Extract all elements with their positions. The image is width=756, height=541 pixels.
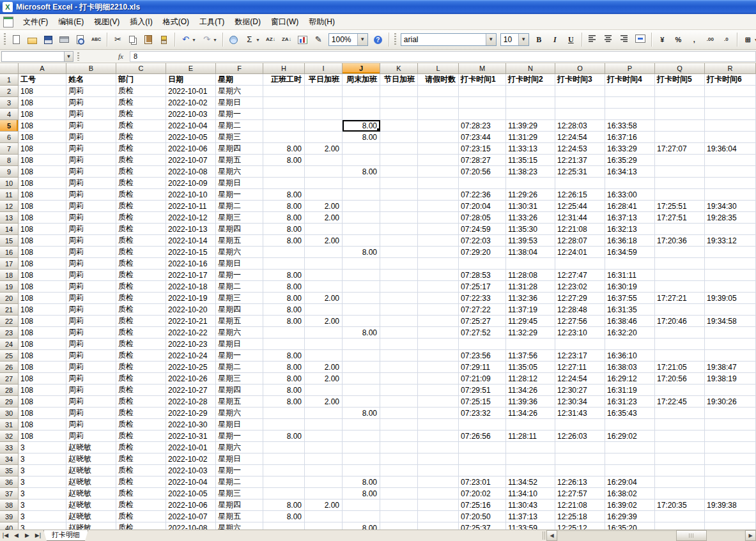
- font-name-dropdown-icon[interactable]: ▼: [486, 34, 496, 45]
- cell-R29[interactable]: 19:30:26: [705, 396, 756, 408]
- formula-input[interactable]: 8: [130, 51, 756, 62]
- cell-N33[interactable]: [506, 442, 555, 453]
- cell-H35[interactable]: [263, 465, 305, 476]
- cell-H5[interactable]: [263, 120, 305, 132]
- cell-I3[interactable]: [305, 97, 343, 109]
- row-header-23[interactable]: 23: [0, 327, 19, 339]
- cell-E33[interactable]: 2022-10-01: [166, 442, 216, 453]
- cell-P23[interactable]: 16:32:20: [605, 327, 655, 339]
- row-header-15[interactable]: 15: [0, 235, 19, 247]
- cell-L9[interactable]: [418, 166, 459, 178]
- cell-I22[interactable]: 2.00: [305, 316, 343, 327]
- cell-J28[interactable]: [343, 385, 380, 396]
- cell-N13[interactable]: 11:33:26: [506, 212, 555, 224]
- cell-E4[interactable]: 2022-10-03: [166, 109, 216, 120]
- cell-H36[interactable]: [263, 476, 305, 488]
- cell-E9[interactable]: 2022-10-08: [166, 166, 216, 178]
- cell-Q13[interactable]: 17:27:51: [655, 212, 705, 224]
- cell-F23[interactable]: 星期六: [216, 327, 263, 339]
- cell-I10[interactable]: [305, 178, 343, 189]
- cell-J20[interactable]: [343, 293, 380, 304]
- cell-I13[interactable]: 2.00: [305, 212, 343, 224]
- cell-H34[interactable]: [263, 453, 305, 465]
- cell-H38[interactable]: 8.00: [263, 499, 305, 511]
- cell-K34[interactable]: [380, 453, 418, 465]
- cell-N5[interactable]: 11:39:29: [506, 120, 555, 132]
- cell-Q27[interactable]: 17:20:56: [655, 373, 705, 385]
- cell-K8[interactable]: [380, 155, 418, 166]
- cell-M16[interactable]: 07:29:20: [459, 247, 506, 258]
- row-header-16[interactable]: 16: [0, 247, 19, 258]
- cell-B33[interactable]: 赵晓敏: [66, 442, 116, 453]
- cell-B38[interactable]: 赵晓敏: [66, 499, 116, 511]
- cell-M33[interactable]: [459, 442, 506, 453]
- cell-N17[interactable]: [506, 258, 555, 270]
- cell-B4[interactable]: 周莉: [66, 109, 116, 120]
- cell-R8[interactable]: [705, 155, 756, 166]
- cell-Q1[interactable]: 打卡时间5: [655, 74, 705, 86]
- cell-K30[interactable]: [380, 408, 418, 419]
- cell-B17[interactable]: 周莉: [66, 258, 116, 270]
- cell-R22[interactable]: 19:34:58: [705, 316, 756, 327]
- cell-K16[interactable]: [380, 247, 418, 258]
- row-header-13[interactable]: 13: [0, 212, 19, 224]
- cell-F11[interactable]: 星期一: [216, 189, 263, 201]
- cell-Q10[interactable]: [655, 178, 705, 189]
- cell-N25[interactable]: 11:37:56: [506, 350, 555, 362]
- sort-ascending-button[interactable]: AZ↓: [263, 31, 278, 48]
- cell-H12[interactable]: 8.00: [263, 201, 305, 212]
- cell-L23[interactable]: [418, 327, 459, 339]
- cell-J40[interactable]: 8.00: [343, 522, 380, 530]
- cell-P20[interactable]: 16:37:55: [605, 293, 655, 304]
- cell-P4[interactable]: [605, 109, 655, 120]
- cell-A13[interactable]: 108: [19, 212, 66, 224]
- cell-P37[interactable]: 16:38:02: [605, 488, 655, 499]
- cell-N26[interactable]: 11:35:05: [506, 362, 555, 373]
- menu-insert[interactable]: 插入(I): [125, 15, 157, 29]
- cell-Q37[interactable]: [655, 488, 705, 499]
- cell-C35[interactable]: 质检: [116, 465, 166, 476]
- cell-Q34[interactable]: [655, 453, 705, 465]
- cell-F29[interactable]: 星期五: [216, 396, 263, 408]
- drawing-button[interactable]: ✎: [311, 31, 326, 48]
- cell-M5[interactable]: 07:28:23: [459, 120, 506, 132]
- cell-L35[interactable]: [418, 465, 459, 476]
- cell-P18[interactable]: 16:31:11: [605, 270, 655, 281]
- cell-B15[interactable]: 周莉: [66, 235, 116, 247]
- cell-C30[interactable]: 质检: [116, 408, 166, 419]
- menu-window[interactable]: 窗口(W): [266, 15, 304, 29]
- cell-N29[interactable]: 11:39:36: [506, 396, 555, 408]
- cell-R24[interactable]: [705, 339, 756, 350]
- cell-N8[interactable]: 11:35:15: [506, 155, 555, 166]
- cell-A6[interactable]: 108: [19, 132, 66, 143]
- column-header-b[interactable]: B: [66, 63, 116, 74]
- cell-L32[interactable]: [418, 431, 459, 442]
- tab-split-handle[interactable]: [543, 531, 546, 540]
- cell-A29[interactable]: 108: [19, 396, 66, 408]
- cell-R17[interactable]: [705, 258, 756, 270]
- cell-O18[interactable]: 12:27:47: [555, 270, 605, 281]
- column-header-h[interactable]: H: [263, 63, 305, 74]
- cell-M22[interactable]: 07:25:27: [459, 316, 506, 327]
- cell-R11[interactable]: [705, 189, 756, 201]
- cell-P35[interactable]: [605, 465, 655, 476]
- cell-P16[interactable]: 16:34:59: [605, 247, 655, 258]
- cell-R2[interactable]: [705, 86, 756, 97]
- cell-K19[interactable]: [380, 281, 418, 293]
- cell-R6[interactable]: [705, 132, 756, 143]
- sheet-tab[interactable]: 打卡明细: [43, 530, 88, 541]
- row-header-1[interactable]: 1: [0, 74, 19, 86]
- cell-O30[interactable]: 12:31:43: [555, 408, 605, 419]
- cell-O2[interactable]: [555, 86, 605, 97]
- font-size-combo[interactable]: 10 ▼: [500, 33, 529, 46]
- cell-N18[interactable]: 11:28:08: [506, 270, 555, 281]
- cell-A7[interactable]: 108: [19, 143, 66, 155]
- cell-B35[interactable]: 赵晓敏: [66, 465, 116, 476]
- column-header-k[interactable]: K: [380, 63, 418, 74]
- zoom-dropdown-icon[interactable]: ▼: [357, 34, 367, 45]
- cell-L40[interactable]: [418, 522, 459, 530]
- cell-I7[interactable]: 2.00: [305, 143, 343, 155]
- row-header-19[interactable]: 19: [0, 281, 19, 293]
- cell-E30[interactable]: 2022-10-29: [166, 408, 216, 419]
- row-header-12[interactable]: 12: [0, 201, 19, 212]
